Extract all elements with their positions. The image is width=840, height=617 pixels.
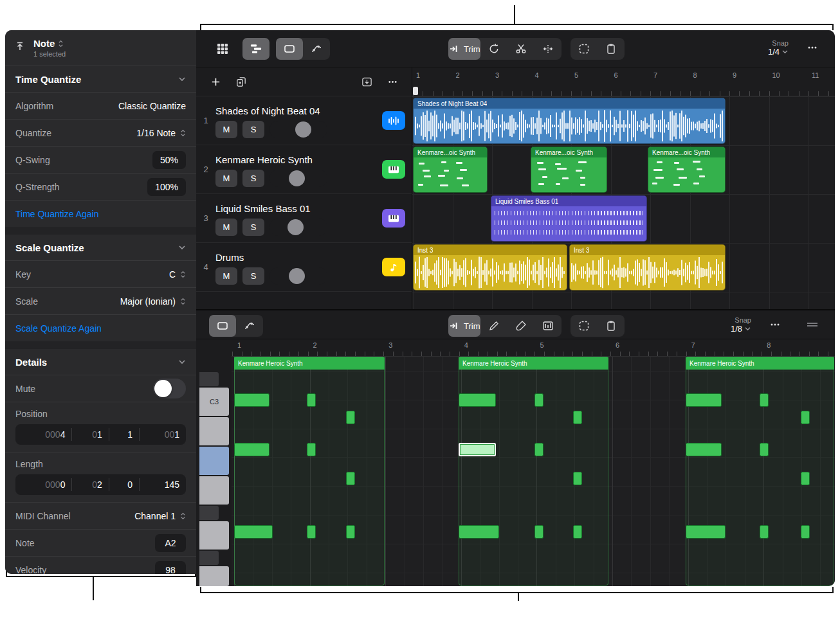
midi-note[interactable] bbox=[573, 472, 582, 485]
field-row-mute[interactable]: Mute bbox=[5, 375, 196, 402]
duplicate-track-button[interactable] bbox=[230, 72, 253, 91]
piano-key-white[interactable] bbox=[199, 417, 229, 445]
field-row-q-strength[interactable]: Q-Strength100% bbox=[5, 173, 196, 200]
midi-note[interactable] bbox=[234, 525, 273, 539]
midi-note[interactable] bbox=[686, 393, 722, 407]
pencil-tool-button[interactable] bbox=[480, 315, 507, 337]
field-row-velocity[interactable]: Velocity98 bbox=[5, 556, 196, 574]
more-options-button[interactable] bbox=[799, 37, 826, 58]
solo-button[interactable]: S bbox=[242, 267, 264, 285]
piano-roll-grid[interactable]: Kenmare Heroic SynthKenmare Heroic Synth… bbox=[232, 357, 835, 586]
keyboard-icon[interactable] bbox=[382, 209, 405, 228]
tracks-view-button[interactable] bbox=[242, 38, 269, 60]
automation-button[interactable] bbox=[303, 38, 330, 60]
region-kenmare-oic-synth[interactable]: Kenmare...oic Synth bbox=[413, 147, 488, 193]
track-row-liquid-smiles-bass-01[interactable]: 3Liquid Smiles Bass 01MS bbox=[196, 194, 412, 243]
field-row-note[interactable]: NoteA2 bbox=[5, 529, 196, 556]
track-row-kenmare-heroic-synth[interactable]: 2Kenmare Heroic SynthMS bbox=[196, 145, 412, 194]
section-header-scale-quantize[interactable]: Scale Quantize bbox=[5, 235, 196, 260]
track-list-more-button[interactable] bbox=[381, 72, 404, 91]
playhead-marker[interactable] bbox=[413, 87, 418, 95]
add-track-button[interactable] bbox=[204, 72, 227, 91]
midi-note[interactable] bbox=[234, 393, 269, 407]
chevron-down-icon[interactable] bbox=[178, 359, 186, 364]
midi-note[interactable] bbox=[686, 525, 726, 539]
selected-midi-note[interactable] bbox=[459, 443, 496, 456]
section-header-details[interactable]: Details bbox=[5, 349, 196, 375]
solo-button[interactable]: S bbox=[242, 170, 264, 187]
midi-note[interactable] bbox=[346, 525, 355, 539]
field-row-midi-channel[interactable]: MIDI ChannelChannel 1 bbox=[5, 502, 196, 529]
volume-slider[interactable] bbox=[269, 219, 327, 236]
audio-waveform-icon[interactable] bbox=[382, 111, 405, 130]
stepper-icon[interactable] bbox=[58, 39, 64, 48]
midi-note[interactable] bbox=[760, 393, 769, 407]
trim-tool-button[interactable]: Trim bbox=[448, 38, 480, 60]
loop-tool-button[interactable] bbox=[480, 38, 507, 60]
track-row-shades-of-night-beat-04[interactable]: 1Shades of Night Beat 04MS bbox=[196, 96, 412, 145]
midi-note[interactable] bbox=[307, 525, 316, 539]
split-tool-button[interactable] bbox=[534, 38, 562, 60]
solo-button[interactable]: S bbox=[242, 219, 264, 236]
editor-pointer-tool-button[interactable] bbox=[209, 315, 236, 337]
mute-button[interactable]: M bbox=[215, 121, 237, 138]
field-row-q-swing[interactable]: Q-Swing50% bbox=[5, 146, 196, 173]
midi-note[interactable] bbox=[307, 393, 316, 407]
midi-note[interactable] bbox=[459, 393, 496, 407]
midi-note[interactable] bbox=[573, 525, 582, 539]
mute-button[interactable]: M bbox=[215, 219, 237, 236]
grid-view-button[interactable] bbox=[209, 38, 236, 60]
scissors-tool-button[interactable] bbox=[507, 38, 534, 60]
field-row-quantize[interactable]: Quantize1/16 Note bbox=[5, 119, 196, 146]
mute-toggle[interactable] bbox=[153, 379, 186, 398]
section-header-time-quantize[interactable]: Time Quantize bbox=[5, 66, 196, 92]
region-kenmare-oic-synth[interactable]: Kenmare...oic Synth bbox=[648, 147, 726, 193]
solo-button[interactable]: S bbox=[242, 121, 264, 138]
length-value-field[interactable]: 0000020145 bbox=[15, 474, 186, 495]
volume-slider[interactable] bbox=[269, 267, 327, 285]
region-kenmare-oic-synth[interactable]: Kenmare...oic Synth bbox=[531, 147, 607, 193]
midi-note[interactable] bbox=[801, 411, 810, 424]
paste-button[interactable] bbox=[598, 38, 625, 60]
piano-key-black[interactable] bbox=[199, 551, 219, 565]
position-value-field[interactable]: 0004011001 bbox=[15, 424, 186, 445]
piano-key-black[interactable] bbox=[199, 372, 219, 386]
piano-key-white[interactable] bbox=[199, 566, 229, 586]
region-liquid-smiles-bass-01[interactable]: Liquid Smiles Bass 01 bbox=[491, 195, 647, 242]
region-inst-3[interactable]: Inst 3 bbox=[413, 244, 567, 291]
editor-region-header[interactable]: Kenmare Heroic Synth bbox=[459, 357, 608, 370]
music-note-icon[interactable] bbox=[382, 258, 405, 276]
region-shades-of-night-beat-04[interactable]: Shades of Night Beat 04 bbox=[413, 98, 726, 144]
midi-note[interactable] bbox=[534, 443, 543, 456]
editor-snap-control[interactable]: Snap 1/8 bbox=[731, 316, 751, 334]
action-time-quantize-again[interactable]: Time Quantize Again bbox=[5, 200, 196, 227]
field-row-key[interactable]: KeyC bbox=[5, 260, 196, 287]
stepper-icon[interactable] bbox=[180, 270, 186, 279]
midi-note[interactable] bbox=[307, 443, 316, 456]
chevron-down-icon[interactable] bbox=[178, 245, 186, 250]
pointer-tool-button[interactable] bbox=[276, 38, 303, 60]
snap-control[interactable]: Snap 1/4 bbox=[768, 39, 789, 57]
mute-button[interactable]: M bbox=[215, 170, 237, 187]
volume-slider[interactable] bbox=[269, 121, 327, 138]
midi-note[interactable] bbox=[234, 443, 269, 456]
resize-handle[interactable] bbox=[799, 314, 826, 335]
tracks-ruler[interactable]: 1234567891011 bbox=[412, 67, 835, 96]
midi-note[interactable] bbox=[686, 443, 722, 456]
midi-note[interactable] bbox=[801, 525, 810, 539]
midi-note[interactable] bbox=[760, 443, 769, 456]
editor-marquee-select-button[interactable] bbox=[571, 315, 598, 337]
velocity-panel-button[interactable] bbox=[534, 315, 562, 337]
piano-key-white[interactable]: C3 bbox=[199, 388, 229, 416]
stepper-icon[interactable] bbox=[180, 129, 186, 138]
editor-region-header[interactable]: Kenmare Heroic Synth bbox=[234, 357, 385, 370]
chevron-down-icon[interactable] bbox=[178, 76, 186, 82]
editor-ruler[interactable]: 12345678 bbox=[232, 339, 835, 357]
midi-note[interactable] bbox=[801, 472, 810, 485]
editor-region-header[interactable]: Kenmare Heroic Synth bbox=[686, 357, 834, 370]
midi-note[interactable] bbox=[346, 411, 355, 424]
editor-automation-button[interactable] bbox=[236, 315, 263, 337]
midi-note[interactable] bbox=[534, 525, 543, 539]
midi-note[interactable] bbox=[346, 472, 355, 485]
track-header-config-button[interactable] bbox=[355, 72, 378, 91]
